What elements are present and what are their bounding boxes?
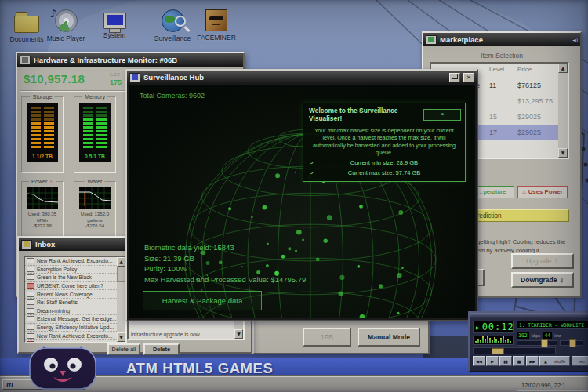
delete-all-button[interactable]: Delete all [107, 343, 140, 355]
list-item[interactable]: Green is the New Black [25, 274, 117, 282]
player-title-bar[interactable] [470, 313, 588, 318]
list-item[interactable]: URGENT: High Electricity Usage [25, 340, 117, 342]
dialog-close-button[interactable]: × [423, 109, 461, 121]
email-list-container: New Rank Achieved: Excavato...Encryption… [24, 256, 127, 343]
item-level: 11 [489, 82, 517, 89]
capacity-segment [96, 126, 107, 129]
envelope-icon [27, 316, 34, 321]
camera-dot [397, 273, 401, 278]
list-item[interactable]: New Rank Achieved: Excavato... [25, 332, 117, 340]
title-bar[interactable]: Surveillance Hub × [127, 71, 477, 84]
camera-dot [398, 210, 403, 215]
storage-panel: Storage 1.1/2 TB [21, 96, 64, 173]
atm-mascot-logo [19, 345, 107, 390]
delete-button[interactable]: Delete [143, 343, 180, 355]
capacity-segment [44, 126, 54, 129]
list-item[interactable]: New Rank Achieved: Excavato... [25, 257, 117, 266]
camera-dot [397, 312, 400, 314]
scroll-up-button[interactable]: ▲ [117, 257, 125, 267]
visualizer-bar [507, 339, 509, 343]
face-icon [205, 9, 227, 31]
camera-dot [401, 267, 404, 269]
dialog-title: Welcome to the Surveillance Visualiser! [309, 107, 423, 122]
balance-slider[interactable] [560, 340, 583, 346]
visualizer-bar [494, 337, 495, 343]
visualizer-bar [487, 336, 488, 343]
list-item[interactable]: Re: Staff Benefits [25, 299, 117, 307]
capacity-segment [31, 134, 41, 136]
capacity-segment [31, 130, 41, 132]
list-item[interactable]: URGENT: Come here often? [25, 282, 117, 291]
list-item[interactable]: Recent News Coverage [25, 290, 117, 299]
list-item[interactable]: External Message: Get the edge... [25, 315, 117, 324]
upgrade-button[interactable]: Upgrade ⇧ [511, 253, 574, 269]
item-selection-label: Item Selection [423, 52, 580, 60]
title-bar[interactable]: Marketplace ◄) [423, 33, 580, 46]
scrollbar[interactable]: ▲ ▼ [117, 257, 125, 342]
scroll-down-button[interactable]: ▼ [117, 332, 125, 342]
power-chart [27, 187, 58, 209]
capacity-segment [44, 142, 54, 144]
list-item[interactable]: Energy-Efficiency Initiative Upd... [25, 324, 117, 332]
stream-info: 192 kbps 44 khz [517, 332, 561, 339]
disabled-mode-button[interactable]: 1PB [303, 328, 351, 347]
player-toggles: shufflerep [550, 356, 588, 366]
harvest-package-button[interactable]: Harvest & Package data [143, 291, 262, 310]
capacity-segment [96, 138, 107, 140]
manual-mode-button[interactable]: Manual Mode [358, 328, 420, 347]
desktop-icon-faceminer[interactable]: FACEMINER [191, 9, 241, 42]
dialog-body: Your min/max harvest size is dependent o… [303, 124, 465, 158]
camera-dot [359, 205, 363, 209]
computer-icon [103, 13, 126, 29]
scrollbar[interactable]: ▲ ▼ [558, 64, 568, 158]
capacity-segment [31, 114, 41, 117]
desktop-icon-surveillance[interactable]: Surveillance [147, 9, 198, 42]
visualizer-bar [489, 338, 491, 343]
scroll-down-button[interactable]: ▼ [234, 329, 243, 339]
title-bar[interactable]: Hardware & Infrastructure Monitor: #06B [17, 53, 243, 67]
player-button[interactable]: ▮▮ [499, 356, 512, 366]
scroll-up-button[interactable]: ▲ [558, 64, 568, 73]
volume-slider[interactable] [517, 340, 557, 346]
downgrade-button[interactable]: Downgrade ⇩ [511, 272, 574, 288]
speaker-icon[interactable]: ◄) [572, 37, 578, 42]
seek-bar[interactable] [473, 347, 556, 354]
water-label: Water [85, 178, 105, 185]
media-player-window: ▶ 00:12 1. TEKRIDER - WORKLIFE (3:4 192 … [468, 311, 588, 372]
capacity-segment [96, 107, 107, 109]
capacity-segment [31, 142, 41, 144]
scroll-down-button[interactable]: ▼ [558, 148, 568, 158]
player-button[interactable]: ◀◀ [473, 356, 485, 366]
capacity-segment [31, 146, 41, 148]
capacity-segment [44, 111, 54, 113]
capacity-segment [83, 138, 93, 140]
email-subject: Dream-mining [37, 308, 70, 314]
list-item[interactable]: Encryption Policy [25, 266, 117, 274]
max-harvest-value: Max Harvested and Processed Value: $1479… [144, 274, 306, 285]
desktop-icon-music-player[interactable]: Music Player [41, 9, 91, 42]
scrollbar-thumb[interactable] [117, 267, 125, 282]
memory-label: Memory [82, 93, 107, 100]
biometric-yield: Biometric data yield: 15843 [144, 242, 306, 253]
window-icon [21, 240, 32, 249]
camera-dot [379, 284, 383, 288]
restore-button[interactable] [449, 73, 460, 82]
capacity-segment [96, 118, 107, 121]
desktop-icon-system[interactable]: System [89, 9, 140, 39]
play-indicator-icon: ▶ [476, 325, 480, 330]
player-toggle[interactable]: shuffle [550, 356, 570, 366]
visualizer-bar [510, 341, 511, 343]
list-item[interactable]: Dream-mining [25, 307, 117, 316]
player-button[interactable]: ▶▶ [526, 356, 539, 366]
globe-magnifier-icon [162, 9, 184, 32]
harvest-size: Size: 21.39 GB [144, 253, 306, 264]
visualizer-bar [495, 339, 497, 343]
camera-dot [339, 275, 344, 280]
close-button[interactable]: × [463, 73, 474, 82]
player-button[interactable]: ▶ [486, 356, 499, 366]
camera-dot [228, 207, 231, 210]
envelope-icon [27, 267, 34, 272]
player-button[interactable]: ■ [513, 356, 525, 366]
player-toggle[interactable]: rep [572, 356, 588, 366]
surveillance-hub-window: Surveillance Hub × Total Cameras: 9602 W… [125, 69, 478, 321]
